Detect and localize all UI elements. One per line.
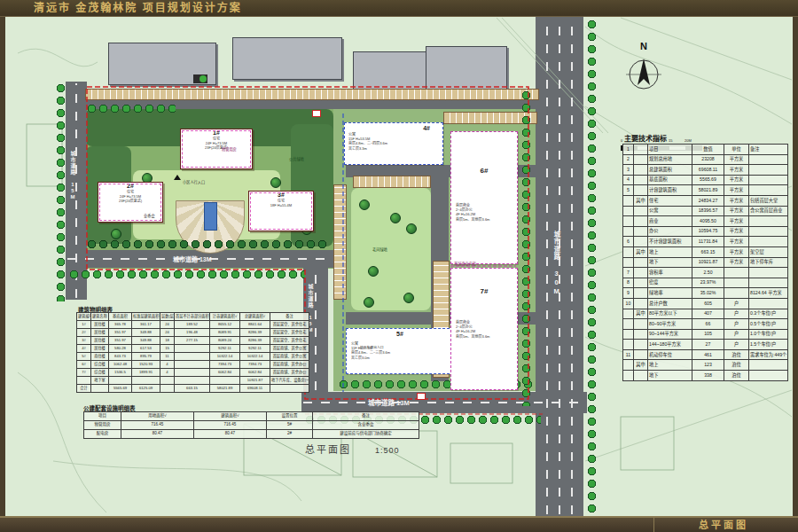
table-cell — [623, 329, 634, 340]
plan-scale-ratio: 1:500 — [375, 446, 400, 455]
table-cell — [210, 377, 240, 385]
street-trees — [521, 90, 531, 406]
table-cell: 容积率 — [648, 268, 692, 278]
lane-marking — [303, 402, 585, 403]
table-cell: 18 — [160, 337, 175, 345]
table-cell: 58021.89 — [210, 385, 240, 393]
building-spec-line: 18F H=55.4M — [249, 203, 313, 207]
table-cell: 361.17 — [132, 321, 160, 329]
table-cell: 663.15 — [175, 385, 210, 393]
table-cell: 6125.09 — [132, 385, 160, 393]
table-cell: 基底面积 — [648, 175, 692, 185]
table-cell — [175, 369, 210, 377]
table-cell: 户 — [724, 340, 749, 350]
table-cell: 公寓 — [648, 206, 692, 216]
table-cell: 24834.27 — [692, 195, 724, 206]
table-cell: 地上 — [648, 246, 692, 257]
table-cell: 办公 — [648, 226, 692, 237]
page-title: 清远市 金茂翰林院 项目规划设计方案 — [34, 0, 242, 16]
existing-building-block — [426, 46, 507, 92]
table-cell: 10322.14 — [240, 353, 270, 361]
table-cell: 1.5个车位/户 — [749, 340, 788, 350]
table-cell: 605 — [692, 298, 724, 309]
table-cell: 平方米 — [724, 185, 749, 196]
table-cell — [623, 226, 634, 237]
table-cell: 用地面积√ — [121, 412, 194, 421]
building-id: 5# — [347, 331, 453, 338]
table-cell: 663.15 — [692, 246, 724, 257]
table-cell: 11 — [160, 353, 175, 361]
footer-bar: 总平面图 — [0, 516, 798, 532]
table-cell: 10921.87 — [692, 257, 724, 268]
table-cell: 地下汽车库、设备房(一层) — [270, 377, 309, 385]
table-cell: 地下 — [648, 257, 692, 268]
table-cell: 配电房 — [84, 430, 121, 439]
table-cell: 1062.48 — [109, 361, 132, 369]
table-cell: 23.97% — [692, 278, 724, 288]
table-cell — [160, 377, 175, 385]
tree-icon — [403, 293, 414, 303]
table-cell — [623, 371, 634, 381]
table-cell: 平方米 — [724, 216, 749, 227]
table-cell: 户 — [724, 319, 749, 330]
table-cell: 备注 — [313, 412, 419, 421]
table-cell — [724, 278, 749, 288]
table-cell — [634, 154, 648, 165]
table-cell: 总计户数 — [648, 298, 692, 309]
north-arrow: N — [624, 39, 663, 98]
footer-label: 总平面图 — [653, 518, 793, 532]
table-cell: 平方米 — [724, 257, 749, 268]
table-cell: 建筑面积√ — [194, 412, 267, 421]
table-cell — [749, 360, 788, 371]
building-spec: 公寓15F H=53.5M首层4.8m、二~四层3.6m其它层3.3m — [348, 132, 387, 151]
table-cell: 密度 — [648, 278, 692, 288]
table-cell: 5565.69 — [109, 385, 132, 393]
table-cell: 平方米 — [724, 246, 749, 257]
building-spec-line: 首层5m、其他层3.6m — [456, 217, 489, 222]
table-cell: 10921.87 — [240, 377, 270, 385]
table-cell: 平方米 — [724, 175, 749, 185]
building-spec-line: 首层5m、其他层3.6m — [456, 334, 489, 339]
table-cell: 105 — [692, 329, 724, 340]
table-cell: 计容建筑面积 — [648, 185, 692, 196]
building-5: 5# 公寓11F H=39.5M首层4.8m、二~三层3.6m其它层3.0m — [346, 328, 454, 374]
table-cell: 461 — [692, 349, 724, 360]
building-3: 3# 住宅18F H=55.4M — [248, 191, 314, 231]
table-cell: 716.45 — [121, 421, 194, 430]
table-cell — [749, 268, 788, 278]
table-cell: 80平方米以下 — [648, 309, 692, 319]
street-trees — [587, 20, 597, 512]
table-cell: 总建筑面积 — [648, 165, 692, 176]
table-cell: 4095.50 — [692, 216, 724, 227]
table-cell: 首层商铺、其余办公 — [270, 369, 309, 377]
table-cell: 平方米 — [724, 154, 749, 165]
building-spec: 住宅24F H=73.5M23F(24层复式) — [181, 137, 252, 151]
table-cell: 平方米 — [724, 195, 749, 206]
table-cell: 5# — [77, 353, 91, 361]
table-cell: 8089.91 — [210, 329, 240, 337]
table-cell: 617.53 — [132, 345, 160, 353]
table-cell: 4 — [160, 369, 175, 377]
table-cell: 90~144平方米 — [648, 329, 692, 340]
table-cell: 349.88 — [132, 329, 160, 337]
table-cell: 包括首层大堂 — [749, 195, 788, 206]
table-cell: 8655.12 — [210, 321, 240, 329]
table-cell: 商住楼 — [91, 353, 109, 361]
label-garage-ramp: 地下车库出入口 — [360, 345, 384, 349]
building-1: 1# 住宅24F H=73.5M23F(24层复式) — [180, 129, 253, 169]
table-cell: 设置位置 — [267, 412, 313, 421]
table-cell: 4# — [77, 345, 91, 353]
tree-icon — [270, 177, 281, 188]
table-cell: 备注 — [270, 313, 309, 321]
table-cell: 计容建筑面积√ — [210, 313, 240, 321]
tech-table-title: 主要技术指标 — [624, 133, 667, 143]
table-cell: 首层商铺、其余公寓 — [270, 345, 309, 353]
table-cell: 首层架空、其余住宅 — [270, 321, 309, 329]
table-cell: 架空层 — [749, 246, 788, 257]
table-cell — [634, 165, 648, 176]
table-cell: 4 — [623, 175, 634, 185]
table-cell: 277.15 — [175, 337, 210, 345]
table-cell — [634, 237, 648, 247]
table-cell — [623, 246, 634, 257]
table-cell — [634, 298, 648, 309]
